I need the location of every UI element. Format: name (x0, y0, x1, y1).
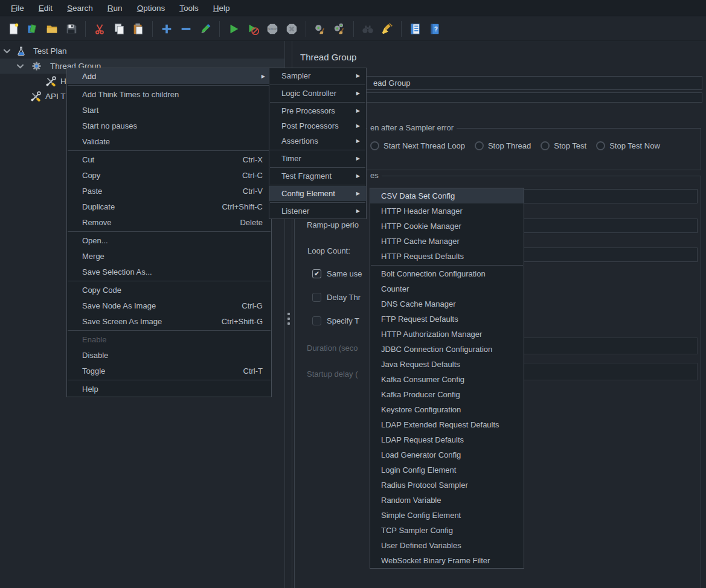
menu-item[interactable]: Load Generator Config ▶ (370, 447, 524, 462)
search-button[interactable] (359, 20, 377, 38)
specify-lifetime-checkbox[interactable]: ✔ (312, 316, 321, 325)
menu-item[interactable]: Validate ▶ (67, 133, 271, 149)
tree-item-test-plan[interactable]: Test Plan (0, 43, 284, 59)
menubar-item[interactable]: Options (130, 1, 173, 15)
radio-button-icon[interactable] (475, 141, 484, 150)
menu-item[interactable]: Start ▶ (67, 102, 271, 118)
shutdown-button[interactable] (283, 20, 301, 38)
menu-item[interactable]: TCP Sampler Config ▶ (370, 523, 524, 538)
menu-item[interactable]: Enable ▶ (67, 331, 271, 347)
menu-item[interactable]: Start no pauses ▶ (67, 118, 271, 133)
cut-button[interactable] (91, 20, 109, 38)
menu-item[interactable]: Merge ▶ (67, 248, 271, 264)
menu-item[interactable]: Add ▶ (67, 68, 271, 84)
menu-item[interactable]: HTTP Cookie Manager ▶ (370, 219, 524, 234)
menu-item-label: Counter (381, 284, 409, 293)
radio-button-icon[interactable] (370, 141, 379, 150)
edit-button[interactable] (196, 20, 214, 38)
same-user-checkbox[interactable]: ✔ (312, 269, 321, 278)
new-file-button[interactable] (4, 20, 22, 38)
delay-thread-checkbox[interactable]: ✔ (312, 293, 321, 302)
menu-item[interactable]: LDAP Extended Request Defaults ▶ (370, 417, 524, 432)
menu-item[interactable]: Counter ▶ (370, 281, 524, 296)
menu-item[interactable]: Test Fragment ▶ (269, 168, 366, 184)
start-button[interactable] (225, 20, 243, 38)
save-button[interactable] (62, 20, 80, 38)
menu-item[interactable]: Remove Delete ▶ (67, 214, 271, 230)
menu-item[interactable]: Save Node As Image Ctrl-G ▶ (67, 298, 271, 313)
loop-count-label: Loop Count: (307, 246, 350, 255)
clear-button[interactable] (311, 20, 329, 38)
chevron-down-icon[interactable] (16, 63, 24, 69)
radio-button-icon[interactable] (541, 141, 550, 150)
radio-option[interactable]: Start Next Thread Loop (370, 141, 465, 150)
menubar-item[interactable]: File (4, 1, 31, 15)
add-button[interactable] (158, 20, 176, 38)
menu-separator (68, 330, 271, 331)
menubar-item[interactable]: Tools (172, 1, 206, 15)
radio-option[interactable]: Stop Thread (475, 141, 531, 150)
menu-item[interactable]: Assertions ▶ (269, 133, 366, 149)
menu-item[interactable]: Logic Controller ▶ (269, 86, 366, 101)
menu-item[interactable]: Post Processors ▶ (269, 118, 366, 133)
menu-item[interactable]: Radius Protocol Sampler ▶ (370, 478, 524, 493)
svg-text:?: ? (434, 25, 438, 32)
menu-item[interactable]: Add Think Times to children ▶ (67, 86, 271, 102)
menu-item[interactable]: Login Config Element ▶ (370, 462, 524, 478)
clear-search-button[interactable] (378, 20, 396, 38)
stop-button[interactable]: STOP (263, 20, 281, 38)
menu-item[interactable]: Listener ▶ (269, 203, 366, 219)
menu-item[interactable]: Kafka Producer Config ▶ (370, 387, 524, 402)
menu-item[interactable]: Save Selection As... ▶ (67, 264, 271, 280)
open-file-button[interactable] (43, 20, 61, 38)
chevron-down-icon[interactable] (3, 48, 11, 54)
menu-item[interactable]: Toggle Ctrl-T ▶ (67, 363, 271, 379)
menu-item[interactable]: WebSocket Binary Frame Filter ▶ (370, 553, 524, 568)
help-button[interactable]: ? (426, 20, 444, 38)
menubar-item[interactable]: Run (100, 1, 130, 15)
menu-item[interactable]: Config Element ▶ (269, 186, 366, 201)
clear-all-button[interactable] (330, 20, 348, 38)
menubar-item[interactable]: Edit (31, 1, 60, 15)
menu-item[interactable]: Cut Ctrl-X ▶ (67, 152, 271, 167)
start-no-pauses-button[interactable] (244, 20, 262, 38)
menu-item[interactable]: Timer ▶ (269, 151, 366, 166)
menu-item[interactable]: HTTP Authorization Manager ▶ (370, 327, 524, 342)
radio-button-icon[interactable] (596, 141, 605, 150)
menu-item[interactable]: User Defined Variables ▶ (370, 538, 524, 553)
function-helper-button[interactable] (406, 20, 425, 38)
menubar-item[interactable]: Search (60, 1, 100, 15)
paste-button[interactable] (129, 20, 147, 38)
copy-button[interactable] (110, 20, 128, 38)
menubar-item[interactable]: Help (206, 1, 237, 15)
menu-item[interactable]: JDBC Connection Configuration ▶ (370, 342, 524, 357)
remove-button[interactable] (177, 20, 195, 38)
radio-option[interactable]: Stop Test (541, 141, 586, 150)
menu-item[interactable]: Bolt Connection Configuration ▶ (370, 266, 524, 281)
menu-item[interactable]: Copy Ctrl-C ▶ (67, 167, 271, 183)
menu-item[interactable]: Paste Ctrl-V ▶ (67, 183, 271, 199)
menu-item[interactable]: CSV Data Set Config ▶ (370, 188, 524, 203)
menu-item[interactable]: Disable ▶ (67, 347, 271, 363)
menu-item[interactable]: Pre Processors ▶ (269, 103, 366, 118)
menu-item[interactable]: Save Screen As Image Ctrl+Shift-G ▶ (67, 313, 271, 329)
menu-item[interactable]: Sampler ▶ (269, 68, 366, 83)
templates-button[interactable] (24, 20, 42, 38)
menu-item[interactable]: Copy Code ▶ (67, 282, 271, 298)
menu-item[interactable]: HTTP Cache Manager ▶ (370, 234, 524, 249)
menu-item[interactable]: Kafka Consumer Config ▶ (370, 372, 524, 387)
menu-item[interactable]: Simple Config Element ▶ (370, 508, 524, 523)
menu-item[interactable]: Keystore Configuration ▶ (370, 402, 524, 417)
menu-item[interactable]: HTTP Header Manager ▶ (370, 203, 524, 219)
menu-item[interactable]: LDAP Request Defaults ▶ (370, 432, 524, 447)
menu-item[interactable]: Open... ▶ (67, 232, 271, 248)
menu-item[interactable]: Duplicate Ctrl+Shift-C ▶ (67, 199, 271, 214)
menu-item[interactable]: Help ▶ (67, 381, 271, 397)
radio-option[interactable]: Stop Test Now (596, 141, 660, 150)
menu-item[interactable]: Random Variable ▶ (370, 493, 524, 508)
menu-item[interactable]: Java Request Defaults ▶ (370, 357, 524, 372)
menu-item[interactable]: DNS Cache Manager ▶ (370, 296, 524, 312)
menu-item[interactable]: HTTP Request Defaults ▶ (370, 249, 524, 264)
menu-item[interactable]: FTP Request Defaults ▶ (370, 312, 524, 327)
menu-item-label: Kafka Consumer Config (381, 375, 464, 384)
